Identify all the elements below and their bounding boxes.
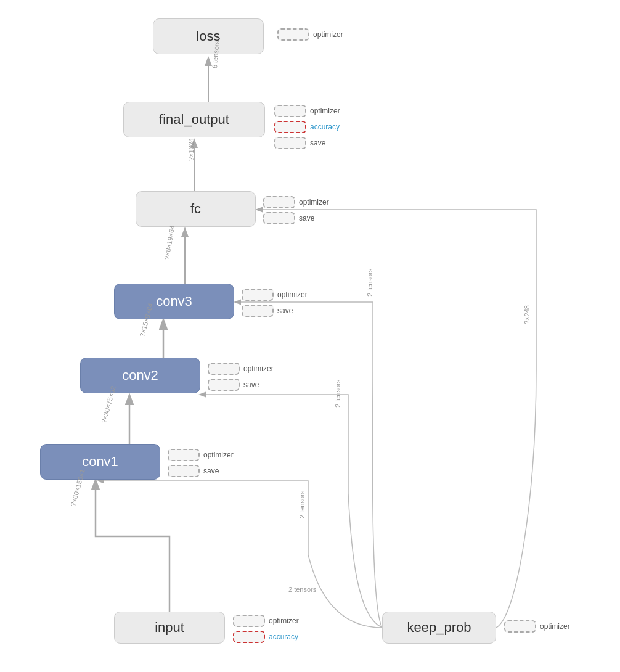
connector-loss-optimizer[interactable]: optimizer	[277, 28, 343, 41]
label-fc-save: save	[299, 214, 314, 223]
node-keep-prob[interactable]: keep_prob	[382, 612, 496, 644]
dashed-box-conv3-save[interactable]	[242, 305, 274, 317]
label-final-output-accuracy: accuracy	[310, 123, 340, 131]
connector-conv3-optimizer[interactable]: optimizer	[242, 289, 308, 301]
edge-label-2tensors-right3: 2 tensors	[366, 269, 373, 297]
edge-label-6tensors: 6 tensors	[211, 40, 221, 68]
connector-conv1-optimizer[interactable]: optimizer	[168, 449, 234, 461]
dashed-box-conv1-optimizer[interactable]	[168, 449, 200, 461]
connectors-keep-prob: optimizer	[504, 620, 570, 633]
dashed-box-final-output-save[interactable]	[274, 137, 306, 149]
connectors-loss: optimizer	[277, 28, 343, 41]
dashed-box-fc-optimizer[interactable]	[263, 196, 295, 208]
node-keep-prob-label: keep_prob	[407, 620, 471, 636]
label-fc-optimizer: optimizer	[299, 198, 329, 207]
dashed-box-conv3-optimizer[interactable]	[242, 289, 274, 301]
dashed-box-loss-optimizer[interactable]	[277, 28, 309, 41]
connector-input-accuracy[interactable]: accuracy	[233, 631, 299, 643]
connector-conv2-save[interactable]: save	[208, 379, 274, 391]
edge-label-8x19x64: ?×8×19×64	[163, 225, 176, 260]
label-final-output-optimizer: optimizer	[310, 107, 340, 115]
connections-svg	[0, 0, 620, 672]
connector-fc-save[interactable]: save	[263, 212, 329, 224]
connector-final-output-save[interactable]: save	[274, 137, 340, 149]
diagram: loss final_output fc conv3 conv2 conv1 i…	[0, 0, 620, 672]
label-loss-optimizer: optimizer	[313, 30, 343, 39]
node-conv2-label: conv2	[122, 367, 158, 383]
edge-label-248: ?×248	[523, 305, 531, 324]
label-conv3-save: save	[277, 306, 293, 315]
node-conv1-label: conv1	[82, 454, 118, 470]
node-final-output-label: final_output	[159, 112, 229, 128]
label-conv2-optimizer: optimizer	[243, 364, 274, 373]
label-conv3-optimizer: optimizer	[277, 290, 308, 299]
connectors-conv1: optimizer save	[168, 449, 234, 477]
connector-input-optimizer[interactable]: optimizer	[233, 615, 299, 627]
connectors-conv2: optimizer save	[208, 363, 274, 391]
node-conv1[interactable]: conv1	[40, 444, 160, 480]
label-conv2-save: save	[243, 380, 259, 389]
label-final-output-save: save	[310, 139, 325, 147]
node-conv3[interactable]: conv3	[114, 284, 234, 319]
dashed-box-keep-prob-optimizer[interactable]	[504, 620, 536, 633]
dashed-box-conv1-save[interactable]	[168, 465, 200, 477]
dashed-box-final-output-optimizer[interactable]	[274, 105, 306, 117]
connectors-conv3: optimizer save	[242, 289, 308, 317]
label-input-accuracy: accuracy	[269, 633, 298, 641]
dashed-box-conv2-optimizer[interactable]	[208, 363, 240, 375]
node-input-label: input	[155, 620, 184, 636]
connector-fc-optimizer[interactable]: optimizer	[263, 196, 329, 208]
dashed-box-fc-save[interactable]	[263, 212, 295, 224]
connector-final-output-accuracy[interactable]: accuracy	[274, 121, 340, 133]
label-keep-prob-optimizer: optimizer	[540, 622, 570, 631]
node-conv2[interactable]: conv2	[80, 358, 200, 393]
dashed-box-input-optimizer[interactable]	[233, 615, 265, 627]
connector-conv1-save[interactable]: save	[168, 465, 234, 477]
node-conv3-label: conv3	[156, 293, 192, 309]
connector-keep-prob-optimizer[interactable]: optimizer	[504, 620, 570, 633]
connectors-fc: optimizer save	[263, 196, 329, 224]
label-input-optimizer: optimizer	[269, 617, 299, 625]
dashed-box-conv2-save[interactable]	[208, 379, 240, 391]
connector-conv2-optimizer[interactable]: optimizer	[208, 363, 274, 375]
edge-label-2tensors-right1: 2 tensors	[298, 491, 306, 518]
node-final-output[interactable]: final_output	[123, 102, 265, 137]
dashed-box-final-output-accuracy[interactable]	[274, 121, 306, 133]
edge-label-1024: ?×1024	[187, 138, 195, 161]
label-conv1-save: save	[203, 467, 219, 475]
connector-conv3-save[interactable]: save	[242, 305, 308, 317]
dashed-box-input-accuracy[interactable]	[233, 631, 265, 643]
node-input[interactable]: input	[114, 612, 225, 644]
connectors-final-output: optimizer accuracy save	[274, 105, 340, 149]
edge-label-2tensors-right2: 2 tensors	[334, 380, 341, 408]
label-conv1-optimizer: optimizer	[203, 451, 234, 459]
node-fc-label: fc	[190, 201, 201, 217]
edge-label-2tensors-bottom: 2 tensors	[288, 586, 316, 593]
connector-final-output-optimizer[interactable]: optimizer	[274, 105, 340, 117]
connectors-input: optimizer accuracy	[233, 615, 299, 643]
node-fc[interactable]: fc	[136, 191, 256, 227]
node-loss[interactable]: loss	[153, 18, 264, 54]
